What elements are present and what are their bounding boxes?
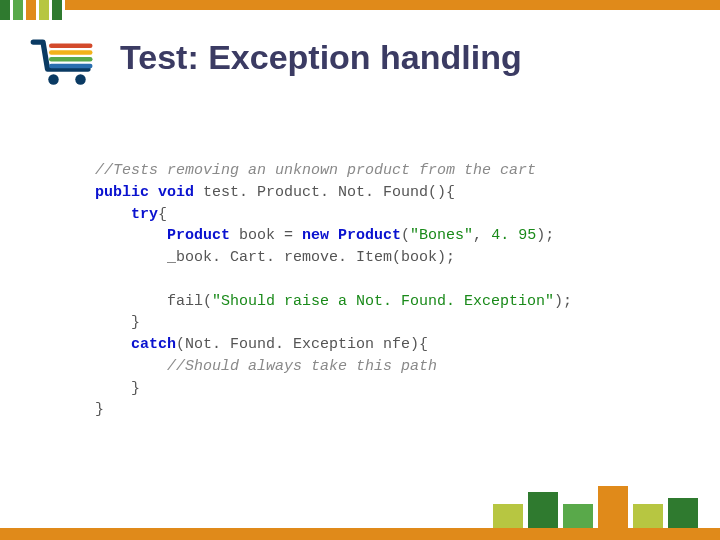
svg-rect-5 bbox=[49, 64, 93, 69]
svg-rect-2 bbox=[49, 44, 93, 49]
bottom-blocks bbox=[493, 486, 698, 528]
slide-title: Test: Exception handling bbox=[120, 38, 522, 77]
top-stripes bbox=[0, 0, 62, 20]
top-accent-bar bbox=[65, 0, 720, 10]
svg-point-0 bbox=[48, 74, 59, 85]
cart-icon bbox=[28, 36, 106, 96]
svg-rect-4 bbox=[49, 57, 93, 62]
code-block: //Tests removing an unknown product from… bbox=[95, 160, 572, 421]
svg-point-1 bbox=[75, 74, 86, 85]
bottom-accent-bar bbox=[0, 528, 720, 540]
svg-rect-3 bbox=[49, 50, 93, 55]
